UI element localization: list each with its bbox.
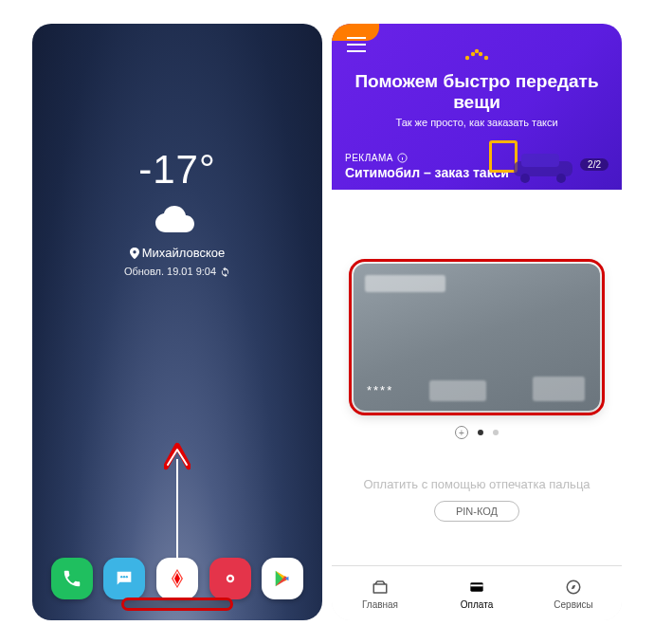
- svg-point-7: [465, 56, 469, 60]
- nav-services-label: Сервисы: [554, 599, 592, 610]
- pin-code-button[interactable]: PIN-КОД: [434, 501, 519, 522]
- messages-app-icon[interactable]: [103, 558, 145, 599]
- add-card-button[interactable]: +: [455, 426, 468, 439]
- payment-card[interactable]: ****: [354, 264, 600, 411]
- home-screen: -17° Михайловское Обновл. 19.01 9:04: [32, 24, 322, 620]
- svg-rect-18: [470, 584, 482, 586]
- card-redacted-region: [533, 377, 585, 401]
- temperature-value: -17°: [32, 147, 322, 193]
- pin-icon: [130, 248, 139, 259]
- ad-tag: РЕКЛАМА: [345, 153, 393, 163]
- ad-source: Ситимобил – заказ такси: [345, 165, 509, 180]
- svg-rect-17: [470, 582, 482, 591]
- camera-app-icon[interactable]: [209, 558, 251, 599]
- nav-home-label: Главная: [362, 599, 398, 610]
- phone-app-icon[interactable]: [51, 558, 93, 599]
- card-redacted-region: [365, 275, 445, 292]
- banner-pager[interactable]: 2/2: [580, 158, 609, 171]
- bottom-nav: Главная Оплата Сервисы: [332, 565, 622, 620]
- svg-point-11: [484, 56, 488, 60]
- svg-point-6: [228, 577, 232, 580]
- updated-text: Обновл. 19.01 9:04: [124, 266, 216, 277]
- yandex-app-icon[interactable]: [156, 558, 198, 599]
- svg-point-2: [120, 576, 122, 578]
- nav-pay-label: Оплата: [461, 599, 493, 610]
- svg-point-15: [520, 174, 530, 183]
- refresh-icon[interactable]: [220, 267, 230, 277]
- card-icon: [467, 578, 486, 597]
- svg-point-8: [471, 52, 475, 56]
- promo-banner[interactable]: Поможем быстро передать вещи Так же прос…: [332, 24, 622, 190]
- svg-point-4: [126, 576, 128, 578]
- car-decor-icon: [508, 148, 584, 184]
- card-area: **** + Оплатить с помощью отпечатка паль…: [332, 190, 622, 565]
- svg-point-10: [479, 52, 482, 56]
- card-pager: +: [341, 426, 612, 439]
- location-name: Михайловское: [142, 246, 225, 260]
- svg-point-9: [475, 49, 479, 53]
- card-redacted-region: [429, 380, 486, 401]
- svg-rect-14: [521, 154, 559, 167]
- info-icon[interactable]: [397, 153, 408, 163]
- banner-subtitle: Так же просто, как заказать такси: [345, 117, 609, 128]
- location-row: Михайловское: [32, 246, 322, 260]
- swipe-handle-annotation[interactable]: [121, 598, 233, 611]
- weather-widget[interactable]: -17° Михайловское Обновл. 19.01 9:04: [32, 147, 322, 277]
- samsung-pay-screen: Поможем быстро передать вещи Так же прос…: [332, 24, 622, 620]
- menu-icon[interactable]: [347, 37, 366, 56]
- card-last-digits: ****: [367, 383, 393, 397]
- swipe-up-arrow-annotation: [164, 440, 191, 592]
- nav-home[interactable]: Главная: [332, 566, 428, 620]
- cloud-icon: [153, 204, 202, 236]
- citymobil-logo-icon: [345, 48, 609, 65]
- pager-dot-active[interactable]: [478, 430, 483, 435]
- play-store-app-icon[interactable]: [262, 558, 303, 599]
- compass-icon: [565, 578, 582, 597]
- svg-point-3: [123, 576, 125, 578]
- nav-services[interactable]: Сервисы: [525, 566, 622, 620]
- banner-title: Поможем быстро передать вещи: [345, 71, 609, 113]
- svg-point-5: [226, 575, 233, 582]
- updated-row: Обновл. 19.01 9:04: [32, 266, 322, 277]
- pager-dot[interactable]: [493, 430, 499, 435]
- svg-point-16: [556, 174, 566, 183]
- ad-tag-row: РЕКЛАМА: [345, 153, 408, 163]
- fingerprint-prompt: Оплатить с помощью отпечатка пальца: [341, 477, 612, 491]
- app-dock: [32, 558, 322, 599]
- nav-pay[interactable]: Оплата: [428, 566, 525, 620]
- wallet-icon: [371, 578, 390, 597]
